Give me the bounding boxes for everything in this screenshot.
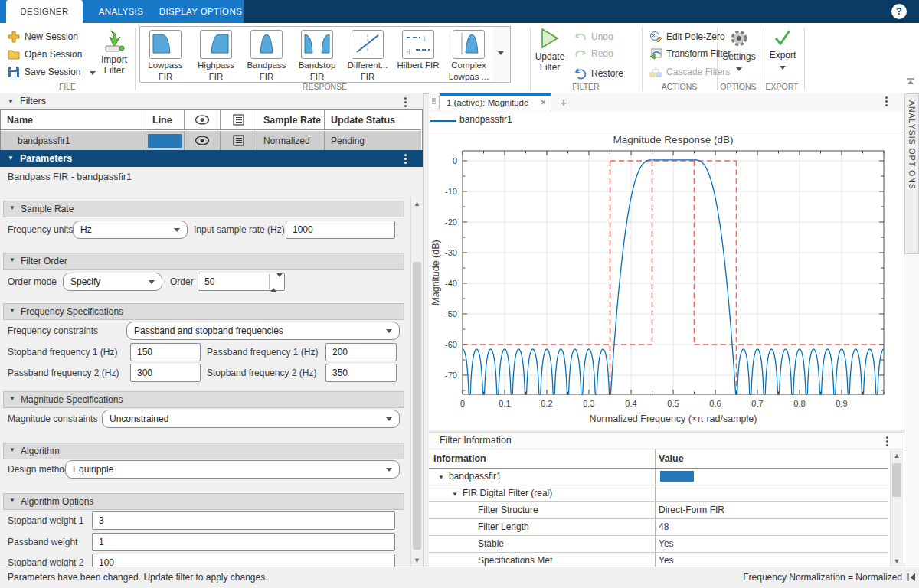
info-row-stable[interactable]: Stable Yes	[429, 535, 888, 553]
info-table-scrollbar[interactable]: ▲ ▼	[890, 449, 903, 567]
section-algorithm-options[interactable]: ▼Algorithm Options	[3, 493, 404, 510]
stopband-frequency-1-field[interactable]: 150	[130, 343, 201, 361]
save-session-dropdown-icon[interactable]	[90, 71, 96, 75]
open-session-button[interactable]: Open Session	[6, 47, 82, 62]
stopband-weight-2-field[interactable]: 100	[92, 554, 395, 567]
add-plot-tab-button[interactable]: +	[556, 95, 571, 110]
undo-button[interactable]: Undo	[573, 29, 613, 44]
panel-handle-icon[interactable]	[430, 96, 440, 109]
kebab-menu-icon[interactable]	[404, 97, 407, 100]
dock-left-icon[interactable]	[907, 573, 916, 582]
tab-designer[interactable]: DESIGNER	[6, 0, 83, 23]
info-row-structure[interactable]: Filter Structure Direct-Form FIR	[429, 501, 888, 519]
column-header-name[interactable]: Name	[1, 110, 146, 130]
passband-frequency-1-field[interactable]: 200	[325, 343, 397, 361]
order-spinner[interactable]: 50	[198, 273, 285, 291]
edit-pole-zero-button[interactable]: Edit Pole-Zero	[648, 29, 725, 44]
info-row-fir-filter[interactable]: ▼FIR Digital Filter (real)	[429, 485, 888, 502]
passband-frequency-2-field[interactable]: 300	[130, 364, 201, 382]
spinner-buttons[interactable]	[269, 274, 283, 289]
scroll-down-icon[interactable]: ▼	[891, 555, 903, 567]
frequency-normalization-status: Frequency Normalization = Normalized	[743, 572, 902, 583]
frequency-constraints-select[interactable]: Passband and stopband frequencies	[126, 322, 400, 340]
filter-row-legend-toggle[interactable]	[221, 131, 257, 151]
kebab-menu-icon[interactable]	[886, 436, 888, 439]
svg-text:0.4: 0.4	[625, 399, 636, 408]
cascade-filters-button[interactable]: Cascade Filters	[648, 64, 730, 80]
filter-row-name[interactable]: bandpassfir1	[1, 131, 146, 151]
redo-button[interactable]: Redo	[573, 46, 613, 61]
scroll-up-icon[interactable]: ▲	[891, 449, 903, 462]
hilbert-fir-button[interactable]: j-j Hilbert FIR	[393, 28, 443, 80]
analysis-options-collapsed-tab[interactable]: ANALYSIS OPTIONS	[904, 93, 919, 254]
highpass-fir-button[interactable]: HighpassFIR	[191, 28, 241, 80]
scroll-up-icon[interactable]: ▲	[411, 198, 423, 210]
tab-analysis[interactable]: ANALYSIS	[89, 0, 153, 23]
design-method-select[interactable]: Equiripple	[65, 460, 400, 479]
bandpass-fir-button[interactable]: BandpassFIR	[241, 28, 292, 80]
scroll-down-icon[interactable]: ▼	[411, 554, 423, 567]
column-header-sample-rate[interactable]: Sample Rate	[257, 110, 325, 130]
save-session-button[interactable]: Save Session	[6, 64, 96, 80]
parameters-scrollbar[interactable]: ▲ ▼	[410, 198, 423, 567]
settings-dropdown-icon	[736, 67, 742, 71]
column-header-visibility[interactable]	[185, 110, 221, 130]
import-filter-button[interactable]: Import Filter	[96, 29, 132, 76]
hilbert-fir-icon: j-j	[404, 31, 433, 57]
differentiator-fir-button[interactable]: Different...FIR	[342, 28, 393, 80]
close-icon[interactable]: ×	[541, 96, 546, 110]
info-row-length[interactable]: Filter Length 48	[429, 518, 888, 536]
collapse-triangle-icon[interactable]: ▼	[452, 491, 458, 498]
export-button[interactable]: Export	[764, 28, 801, 72]
filter-row-visibility-toggle[interactable]	[185, 131, 221, 151]
parameters-subtitle: Bandpass FIR - bandpassfir1	[8, 172, 132, 182]
section-filter-order[interactable]: ▼Filter Order	[3, 253, 404, 270]
column-header-line[interactable]: Line	[146, 110, 185, 130]
complex-lowpass-button[interactable]: ComplexLowpas ...	[443, 28, 494, 80]
section-algorithm[interactable]: ▼Algorithm	[3, 443, 404, 459]
new-session-button[interactable]: New Session	[6, 29, 78, 44]
lowpass-fir-button[interactable]: LowpassFIR	[140, 28, 191, 80]
passband-weight-field[interactable]: 1	[92, 533, 395, 551]
filter-row-sample-rate[interactable]: Normalized	[257, 131, 325, 151]
svg-text:0.5: 0.5	[667, 399, 679, 408]
update-filter-button[interactable]: Update Filter	[533, 28, 567, 73]
info-row-filter[interactable]: ▼bandpassfir1	[429, 468, 888, 485]
collapse-triangle-icon[interactable]: ▼	[438, 474, 444, 481]
parameters-panel-header[interactable]: ▼ Parameters	[0, 150, 423, 167]
kebab-menu-icon[interactable]	[404, 154, 407, 156]
magnitude-plot-tab[interactable]: 1 (active): Magnitude ×	[440, 93, 551, 111]
column-header-update-status[interactable]: Update Status	[325, 110, 421, 130]
section-magnitude-specifications[interactable]: ▼Magnitude Specifications	[3, 391, 404, 408]
order-mode-select[interactable]: Specify	[63, 273, 162, 291]
section-label-response: RESPONSE	[139, 81, 510, 92]
settings-button[interactable]: Settings	[720, 28, 758, 74]
restore-button[interactable]: Restore	[573, 66, 623, 81]
section-sample-rate[interactable]: ▼Sample Rate	[3, 201, 404, 217]
scrollbar-thumb[interactable]	[413, 262, 421, 550]
chevron-down-icon	[386, 329, 392, 333]
section-frequency-specifications[interactable]: ▼Frequency Specifications	[3, 303, 404, 320]
kebab-menu-icon[interactable]	[885, 96, 888, 99]
tab-display-options[interactable]: DISPLAY OPTIONS	[158, 0, 244, 23]
filter-row-line-swatch[interactable]	[146, 131, 185, 151]
undo-icon	[574, 31, 587, 43]
stopband-weight-2-label: Stopband weight 2	[8, 554, 83, 567]
column-header-legend[interactable]	[221, 110, 257, 130]
filters-panel-header[interactable]: ▼ Filters	[0, 93, 423, 109]
input-sample-rate-field[interactable]: 1000	[286, 220, 395, 239]
help-icon[interactable]: ?	[891, 4, 907, 19]
svg-text:0.3: 0.3	[583, 399, 594, 408]
collapse-ribbon-icon[interactable]	[905, 77, 916, 87]
scrollbar-thumb[interactable]	[892, 463, 901, 497]
magnitude-constraints-select[interactable]: Unconstrained	[102, 410, 400, 428]
filter-row-update-status[interactable]: Pending	[325, 131, 421, 151]
bandstop-fir-button[interactable]: BandstopFIR	[292, 28, 342, 80]
svg-text:-60: -60	[445, 340, 457, 349]
stopband-frequency-2-field[interactable]: 350	[325, 364, 397, 382]
status-bar: Parameters have been changed. Update fil…	[0, 567, 919, 588]
transform-filter-button[interactable]: Transform Filter	[648, 46, 731, 61]
frequency-units-select[interactable]: Hz	[73, 220, 188, 239]
response-gallery-expand-button[interactable]	[493, 26, 511, 83]
stopband-weight-1-field[interactable]: 3	[92, 511, 395, 530]
